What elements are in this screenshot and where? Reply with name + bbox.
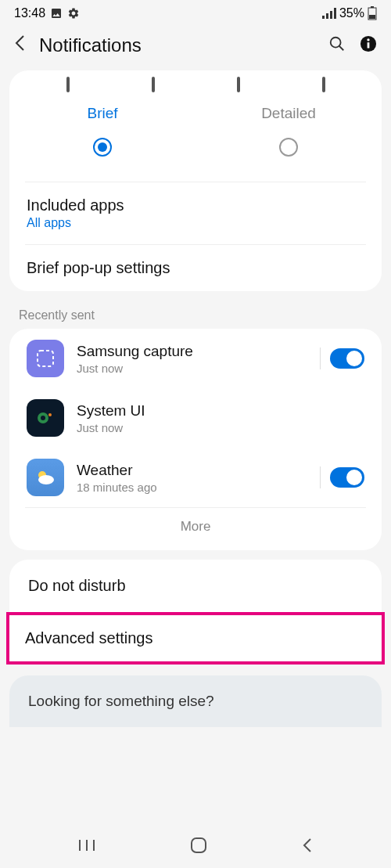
included-apps-row[interactable]: Included apps All apps [9,182,382,244]
popup-settings-title: Brief pop-up settings [27,259,364,277]
advanced-highlight: Advanced settings [6,612,385,665]
footer-row[interactable]: Looking for something else? [9,675,382,727]
svg-point-7 [331,38,341,48]
system-app-icon [27,399,64,437]
svg-point-15 [48,413,52,416]
app-row-capture[interactable]: Samsung capture Just now [9,329,382,388]
home-button[interactable] [190,837,207,857]
style-detailed[interactable]: Detailed [196,105,382,160]
radio-brief[interactable] [93,138,112,157]
recents-button[interactable] [78,838,95,855]
back-button[interactable] [14,34,25,56]
app-time: Just now [77,421,364,434]
signal-icon [322,8,336,19]
svg-rect-3 [334,8,336,19]
app-time: 18 minutes ago [77,481,307,494]
app-time: Just now [77,362,307,375]
style-detailed-label: Detailed [196,105,382,122]
status-time: 13:48 [14,6,45,20]
svg-point-11 [367,38,369,41]
style-card: Brief Detailed Included apps All apps Br… [9,70,382,291]
app-name: System UI [77,402,364,420]
image-icon [50,7,63,20]
dnd-row[interactable]: Do not disturb [9,560,382,612]
svg-rect-5 [369,15,375,19]
app-row-systemui[interactable]: System UI Just now [9,388,382,448]
svg-rect-0 [322,16,325,19]
advanced-settings-row[interactable]: Advanced settings [9,615,382,661]
navigation-bar [0,826,391,868]
battery-icon [368,6,377,20]
search-button[interactable] [328,35,346,56]
radio-detailed[interactable] [279,138,298,157]
app-name: Samsung capture [77,343,307,360]
style-brief-label: Brief [9,105,196,122]
app-name: Weather [77,462,307,479]
included-apps-title: Included apps [27,196,364,214]
menu-card: Do not disturb [9,560,382,612]
svg-line-8 [339,46,344,51]
nav-back-button[interactable] [302,837,313,856]
recently-sent-header: Recently sent [0,301,391,329]
svg-rect-21 [192,838,206,852]
toggle-capture[interactable] [330,348,364,369]
page-title: Notifications [39,34,314,56]
svg-rect-6 [371,6,374,8]
info-button[interactable] [360,35,377,56]
svg-point-14 [41,416,45,420]
popup-settings-row[interactable]: Brief pop-up settings [9,245,382,291]
svg-rect-10 [368,42,370,48]
svg-rect-1 [326,13,328,19]
included-apps-subtitle: All apps [27,216,364,230]
recent-card: Samsung capture Just now System UI Just … [9,329,382,550]
app-row-weather[interactable]: Weather 18 minutes ago [9,448,382,507]
svg-point-17 [38,475,54,484]
capture-app-icon [27,340,64,377]
svg-rect-12 [38,351,53,366]
battery-text: 35% [339,6,364,20]
toggle-weather[interactable] [330,467,364,488]
gear-icon [67,7,80,20]
more-button[interactable]: More [9,508,382,550]
style-brief[interactable]: Brief [9,105,196,160]
svg-rect-2 [330,11,332,19]
status-bar: 13:48 35% [0,0,391,23]
weather-app-icon [27,459,64,496]
header: Notifications [0,23,391,70]
